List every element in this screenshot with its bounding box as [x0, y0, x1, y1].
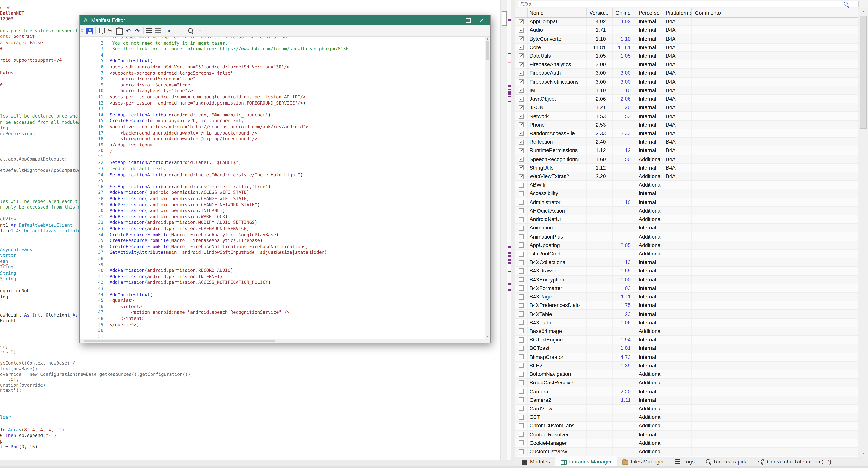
library-checkbox[interactable] [519, 337, 524, 342]
library-checkbox[interactable] [519, 62, 524, 67]
filter-search-icon[interactable] [843, 1, 849, 7]
library-checkbox[interactable] [519, 122, 524, 127]
library-checkbox[interactable] [519, 182, 524, 187]
library-checkbox[interactable] [519, 234, 524, 239]
library-checkbox[interactable] [519, 354, 524, 360]
library-row[interactable]: Administrator 1.10 Internal [516, 198, 858, 207]
paste-icon[interactable] [115, 27, 123, 35]
library-row[interactable]: CustomListView Additional [516, 448, 858, 456]
library-checkbox[interactable] [519, 440, 524, 445]
dialog-horizontal-scrollbar[interactable] [80, 339, 490, 343]
library-row[interactable]: AndroidNetUri Additional [516, 215, 858, 224]
library-row[interactable]: StringUtils 1.12 Internal B4A [516, 164, 858, 173]
library-checkbox[interactable] [519, 200, 524, 205]
library-row[interactable]: WebViewExtras2 2.20 Additional B4A [516, 173, 858, 181]
library-checkbox[interactable] [519, 269, 524, 274]
library-checkbox[interactable] [519, 389, 524, 394]
library-checkbox[interactable] [519, 243, 524, 248]
close-button[interactable]: × [477, 15, 486, 25]
library-row[interactable]: b4aRootCmd Additional [516, 250, 858, 258]
scroll-up-icon[interactable]: ▲ [858, 10, 868, 13]
library-checkbox[interactable] [519, 346, 524, 351]
library-row[interactable]: BitmapCreator 4.73 Internal [516, 353, 858, 362]
background-editor-scrollbar[interactable] [500, 0, 507, 460]
library-row[interactable]: B4XPreferencesDialo 1.75 Internal [516, 302, 858, 310]
scrollbar-thumb[interactable] [502, 11, 507, 26]
column-header-online[interactable]: Online [613, 8, 635, 17]
library-checkbox[interactable] [519, 286, 524, 291]
redo-icon[interactable]: ↷ [133, 27, 141, 35]
library-checkbox[interactable] [519, 303, 524, 308]
library-checkbox[interactable] [519, 251, 524, 256]
library-checkbox[interactable] [519, 320, 524, 325]
library-row[interactable]: Camera2 1.11 Internal [516, 396, 858, 405]
library-checkbox[interactable] [519, 71, 524, 76]
library-row[interactable]: Phone 2.53 Internal B4A [516, 121, 858, 129]
outdent-icon[interactable]: ⇤ [166, 27, 174, 35]
library-row[interactable]: IME 1.10 1.10 Internal B4A [516, 86, 858, 95]
column-header-commento[interactable]: Commento [692, 8, 747, 17]
library-checkbox[interactable] [519, 217, 524, 222]
library-row[interactable]: B4XDrawer 1.55 Internal [516, 267, 858, 276]
library-row[interactable]: B4XTable 1.23 Internal [516, 310, 858, 319]
scroll-down-icon[interactable]: ▼ [486, 335, 490, 338]
library-row[interactable]: CCT Additional [516, 413, 858, 422]
library-row[interactable]: B4XTurtle 1.06 Internal [516, 319, 858, 327]
scrollbar-thumb[interactable] [860, 16, 867, 129]
library-checkbox[interactable] [519, 208, 524, 213]
library-checkbox[interactable] [519, 105, 524, 110]
status-tab[interactable]: Libraries Manager [555, 457, 617, 466]
library-row[interactable]: DateUtils 1.05 1.05 Internal B4A [516, 52, 858, 61]
library-row[interactable]: CardView Additional [516, 405, 858, 413]
library-checkbox[interactable] [519, 157, 524, 162]
status-tab[interactable]: Cerca tutti i Riferimenti (F7) [753, 457, 836, 466]
library-checkbox[interactable] [519, 88, 524, 93]
status-tab[interactable]: Logs [669, 457, 700, 466]
library-row[interactable]: B4XEncryption 1.00 Internal [516, 276, 858, 284]
status-tab[interactable]: Files Manager [617, 457, 669, 466]
toolbar-separator[interactable] [94, 27, 96, 35]
numbered-list-icon[interactable] [155, 28, 161, 34]
library-checkbox[interactable] [519, 329, 524, 334]
library-checkbox[interactable] [519, 423, 524, 429]
library-row[interactable]: RuntimePermissions 1.12 1.12 Internal B4… [516, 147, 858, 155]
library-row[interactable]: Network 1.53 1.53 Internal B4A [516, 112, 858, 121]
library-row[interactable]: BCToast 1.01 Internal [516, 344, 858, 353]
copy-icon[interactable] [97, 27, 105, 35]
library-row[interactable]: ChromCustomTabs Additional [516, 422, 858, 431]
column-header-nome[interactable]: Nome [528, 8, 587, 17]
column-header-piattaforme[interactable]: Piattaforme [662, 8, 692, 17]
library-checkbox[interactable] [519, 311, 524, 316]
library-checkbox[interactable] [519, 449, 524, 454]
library-checkbox[interactable] [519, 398, 524, 403]
save-icon[interactable] [87, 28, 93, 34]
library-row[interactable]: Animation Internal [516, 224, 858, 233]
scrollbar-thumb[interactable] [486, 41, 489, 60]
library-row[interactable]: BCTextEngine 1.94 Internal [516, 336, 858, 344]
library-checkbox[interactable] [519, 36, 524, 41]
library-checkbox[interactable] [519, 380, 524, 385]
library-row[interactable]: JSON 1.21 1.20 Internal B4A [516, 104, 858, 112]
library-row[interactable]: Core 11.81 11.81 Internal B4A [516, 43, 858, 52]
scroll-up-icon[interactable]: ▲ [486, 37, 490, 40]
library-checkbox[interactable] [519, 191, 524, 196]
library-checkbox[interactable] [519, 53, 524, 58]
maximize-button[interactable] [462, 15, 474, 25]
scrollbar-thumb[interactable] [84, 340, 275, 342]
library-checkbox[interactable] [519, 28, 524, 33]
library-row[interactable]: B4XPages 1.11 Internal [516, 293, 858, 302]
libraries-scrollbar[interactable]: ▲ ▼ [858, 8, 868, 457]
library-row[interactable]: Reflection 2.40 Internal B4A [516, 138, 858, 147]
dialog-vertical-scrollbar[interactable]: ▲ ▼ [485, 37, 490, 339]
search-icon[interactable] [187, 27, 195, 35]
library-row[interactable]: FirebaseAuth 3.00 3.00 Internal B4A [516, 69, 858, 78]
library-row[interactable]: Camera 2.20 Internal [516, 387, 858, 396]
toolbar-separator[interactable] [143, 27, 144, 35]
dropdown-caret-icon[interactable]: ▾ [196, 27, 204, 35]
library-row[interactable]: JavaObject 2.06 2.06 Internal B4A [516, 95, 858, 104]
library-row[interactable]: SpeechRecognitionN 1.60 1.50 Additional … [516, 155, 858, 164]
library-row[interactable]: RandomAccessFile 2.33 2.33 Internal B4A [516, 129, 858, 138]
library-checkbox[interactable] [519, 225, 524, 230]
library-checkbox[interactable] [519, 406, 524, 411]
list-icon[interactable] [146, 28, 152, 34]
